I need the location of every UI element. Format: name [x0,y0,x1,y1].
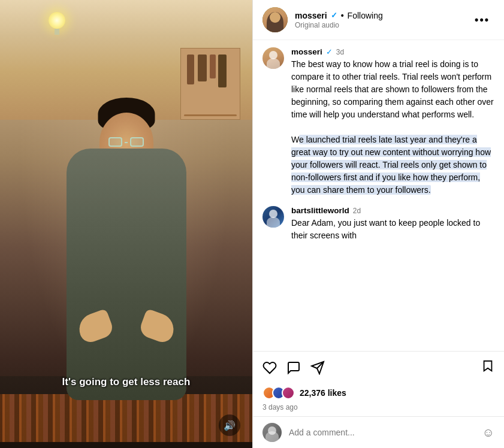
main-comment-text: The best way to know how a trial reel is… [291,58,494,196]
video-subtitle: It's going to get less reach [0,376,252,388]
main-comment: mosseri ✓ 3d The best way to know how a … [262,47,494,196]
comment-button[interactable] [286,361,301,375]
hand-left [74,308,114,345]
svg-marker-2 [484,361,492,371]
main-comment-content: mosseri ✓ 3d The best way to know how a … [291,47,494,196]
header-following[interactable]: Following [348,11,383,20]
header-info: mosseri ✓ • Following Original audio [295,11,470,29]
comment-text-selected: e launched trial reels late last year an… [291,135,491,195]
main-comment-verified: ✓ [326,47,333,56]
header-audio-label: Original audio [295,21,470,29]
bookmark-button[interactable] [481,359,494,377]
add-comment-row: ☺ [253,416,504,448]
likes-count[interactable]: 22,376 likes [300,388,346,398]
comment-input[interactable] [289,428,475,437]
header-verified-badge: ✓ [331,11,337,20]
action-icons [262,361,481,375]
right-panel: mosseri ✓ • Following Original audio •••… [252,0,504,448]
like-button[interactable] [262,361,277,375]
time-ago: 3 days ago [253,402,504,416]
reply-comment-username[interactable]: bartslittleworld [291,206,349,215]
main-comment-time: 3d [336,48,344,56]
video-panel: It's going to get less reach 🔊 [0,0,252,448]
add-comment-avatar [262,423,282,442]
volume-button[interactable]: 🔊 [219,414,240,436]
comment-text-plain: W [291,135,299,144]
reply-comment: bartslittleworld 2d Dear Adam, you just … [262,206,494,242]
person-body [67,149,186,400]
emoji-button[interactable]: ☺ [482,426,494,440]
reply-comment-content: bartslittleworld 2d Dear Adam, you just … [291,206,494,242]
reply-comment-text: Dear Adam, you just want to keep people … [291,217,494,242]
reply-comment-time: 2d [353,207,361,215]
glasses [108,138,144,146]
comments-area[interactable]: mosseri ✓ 3d The best way to know how a … [253,40,504,351]
main-comment-avatar[interactable] [262,47,284,69]
post-header: mosseri ✓ • Following Original audio ••• [253,0,504,40]
person [18,60,234,400]
share-button[interactable] [310,361,325,375]
likes-row: 22,376 likes [253,384,504,402]
volume-icon: 🔊 [224,420,236,431]
header-dot: • [341,11,344,20]
action-bar [253,351,504,384]
like-avatar-3 [282,386,295,399]
more-options-button[interactable]: ••• [470,11,494,29]
reply-comment-avatar[interactable] [262,206,284,228]
hand-right [137,308,177,345]
header-username[interactable]: mosseri [295,11,327,20]
rug [0,394,252,442]
main-comment-username[interactable]: mosseri [291,47,322,56]
likes-avatars [262,386,295,399]
header-avatar[interactable] [262,7,288,32]
hands [73,304,180,340]
light-bulb [48,12,66,33]
